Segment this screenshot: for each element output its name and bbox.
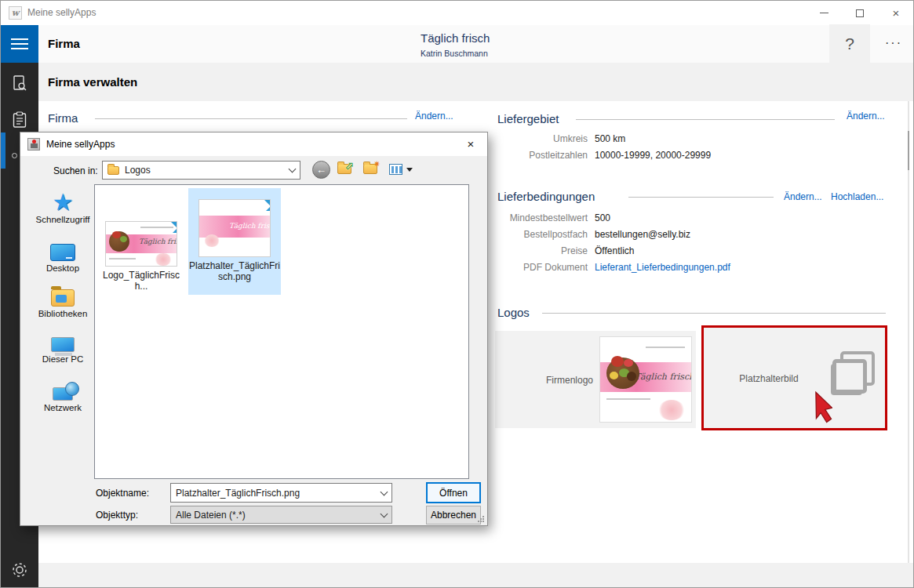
scrollbar[interactable] bbox=[908, 101, 909, 563]
place-schnellzugriff[interactable]: ★ Schnellzugriff bbox=[27, 187, 99, 224]
nav-selected-indicator bbox=[1, 132, 5, 169]
window-title: Meine sellyApps bbox=[27, 7, 96, 18]
objektname-input[interactable]: Platzhalter_TäglichFrisch.png bbox=[170, 483, 392, 503]
placeholder-image-icon bbox=[829, 351, 879, 408]
place-bibliotheken[interactable]: Bibliotheken bbox=[27, 281, 99, 318]
lieferbedingungen-rows: Mindestbestellwert500 Bestellpostfachbes… bbox=[495, 210, 730, 276]
lieferbedingungen-hochladen-link[interactable]: Hochladen... bbox=[831, 191, 883, 202]
row-preise: PreiseÖffentlich bbox=[495, 243, 730, 260]
red-cursor-icon bbox=[809, 390, 832, 423]
header-section-title: Firma bbox=[48, 37, 80, 50]
objektname-value: Platzhalter_TäglichFrisch.png bbox=[176, 488, 300, 499]
scrollbar-thumb[interactable] bbox=[908, 131, 909, 170]
place-desktop[interactable]: Desktop bbox=[27, 236, 99, 273]
maximize-button[interactable] bbox=[842, 1, 878, 25]
row-value: bestellungen@selly.biz bbox=[595, 229, 690, 240]
resize-grip[interactable] bbox=[477, 515, 485, 523]
sidebar-item-documents[interactable] bbox=[1, 67, 38, 99]
firma-aendern-link[interactable]: Ändern... bbox=[415, 111, 453, 122]
gear-icon bbox=[10, 561, 29, 579]
quick-access-star-icon: ★ bbox=[53, 192, 74, 212]
file-open-dialog: Meine sellyApps × Suchen in: Logos ← ⬀ ✷… bbox=[20, 132, 488, 526]
file-item-platzhalter[interactable]: Täglich frisch Platzhalter_TäglichFrisch… bbox=[188, 188, 281, 295]
row-value: 10000-19999, 20000-29999 bbox=[595, 150, 711, 161]
liefergebiet-aendern-link[interactable]: Ändern... bbox=[847, 111, 885, 122]
dialog-app-icon bbox=[27, 138, 40, 151]
file-thumbnail: Täglich frisch bbox=[105, 221, 177, 267]
place-netzwerk[interactable]: Netzwerk bbox=[27, 376, 99, 412]
company-name: Täglich frisch bbox=[421, 31, 490, 45]
sidebar-item-settings[interactable] bbox=[1, 554, 38, 586]
network-icon bbox=[53, 387, 73, 401]
file-list: Täglich frisch Logo_TäglichFrisch... Täg… bbox=[94, 184, 469, 479]
lieferbedingungen-aendern-link[interactable]: Ändern... bbox=[784, 191, 822, 202]
chevron-down-icon bbox=[381, 510, 388, 517]
footer-band bbox=[38, 563, 914, 588]
place-dieser-pc[interactable]: Dieser PC bbox=[27, 327, 99, 364]
new-folder-icon: ✷ bbox=[363, 164, 377, 174]
platzhalterbild-label: Platzhalterbild bbox=[718, 373, 820, 384]
company-user: Katrin Buschmann bbox=[421, 49, 488, 58]
row-label: Mindestbestellwert bbox=[495, 210, 588, 227]
row-bestellpostfach: Bestellpostfachbestellungen@selly.biz bbox=[495, 227, 730, 243]
places-bar: ★ Schnellzugriff Desktop Bibliotheken Di… bbox=[27, 184, 99, 498]
row-label: Preise bbox=[495, 243, 588, 260]
thumbnail-arrows-icon bbox=[162, 221, 177, 236]
pdf-link[interactable]: Lieferant_Lieferbedingungen.pdf bbox=[595, 262, 730, 273]
caret-down-icon bbox=[406, 168, 413, 172]
minimize-button[interactable] bbox=[806, 1, 842, 25]
view-menu-button[interactable] bbox=[389, 164, 413, 175]
row-label: Bestellpostfach bbox=[495, 227, 588, 243]
dialog-title: Meine sellyApps bbox=[46, 139, 115, 150]
section-logos-title: Logos bbox=[497, 306, 530, 319]
divider bbox=[576, 119, 835, 120]
section-liefergebiet-title: Liefergebiet bbox=[497, 112, 559, 125]
cancel-button[interactable]: Abbrechen bbox=[426, 506, 481, 524]
desktop-icon bbox=[50, 244, 75, 261]
file-item-logo[interactable]: Täglich frisch Logo_TäglichFrisch... bbox=[100, 191, 183, 293]
objekttyp-select[interactable]: Alle Dateien (*.*) bbox=[170, 506, 392, 524]
file-name: Logo_TäglichFrisch... bbox=[100, 270, 183, 292]
place-label: Bibliotheken bbox=[27, 309, 99, 318]
document-search-icon bbox=[11, 74, 28, 92]
new-folder-button[interactable]: ✷ bbox=[363, 164, 377, 174]
help-button[interactable]: ? bbox=[829, 24, 870, 64]
this-pc-icon bbox=[51, 337, 75, 352]
platzhalterbild-card[interactable]: Platzhalterbild bbox=[701, 325, 887, 430]
divider bbox=[628, 197, 774, 198]
view-menu-icon bbox=[389, 164, 402, 175]
objektname-label: Objektname: bbox=[96, 488, 149, 499]
maximize-icon bbox=[856, 9, 864, 17]
row-postleitzahlen: Postleitzahlen10000-19999, 20000-29999 bbox=[495, 147, 711, 164]
app-header: Firma Täglich frisch Katrin Buschmann ? … bbox=[38, 25, 914, 63]
thumbnail-arrows-icon bbox=[256, 199, 271, 214]
dialog-close-button[interactable]: × bbox=[462, 136, 479, 152]
objekttyp-value: Alle Dateien (*.*) bbox=[176, 510, 246, 521]
close-icon: × bbox=[893, 7, 900, 19]
sidebar-item-orders[interactable] bbox=[1, 104, 38, 136]
objekttyp-label: Objekttyp: bbox=[96, 510, 138, 521]
place-label: Netzwerk bbox=[27, 403, 99, 412]
place-label: Desktop bbox=[27, 263, 99, 273]
chevron-down-icon bbox=[381, 488, 388, 495]
open-button[interactable]: Öffnen bbox=[426, 482, 481, 503]
up-one-level-button[interactable]: ⬀ bbox=[337, 164, 351, 174]
row-umkreis: Umkreis500 km bbox=[495, 131, 711, 147]
place-label: Schnellzugriff bbox=[27, 215, 99, 224]
firmenlogo-image: Täglich frisch bbox=[599, 336, 692, 423]
chevron-down-icon bbox=[289, 165, 297, 173]
divider bbox=[95, 118, 407, 119]
more-button[interactable]: ··· bbox=[879, 36, 908, 53]
minimize-icon bbox=[820, 13, 828, 13]
row-value: Öffentlich bbox=[595, 245, 634, 256]
firmenlogo-card[interactable]: Firmenlogo Täglich frisch bbox=[495, 331, 696, 428]
row-value: 500 bbox=[595, 212, 610, 223]
file-name: Platzhalter_TäglichFrisch.png bbox=[188, 260, 281, 282]
back-button[interactable]: ← bbox=[312, 161, 330, 179]
file-thumbnail: Täglich frisch bbox=[198, 199, 271, 257]
libraries-icon bbox=[51, 289, 75, 307]
hamburger-menu-button[interactable] bbox=[1, 25, 38, 63]
close-button[interactable]: × bbox=[878, 1, 914, 25]
row-label: Postleitzahlen bbox=[495, 147, 588, 164]
folder-select[interactable]: Logos bbox=[102, 161, 300, 180]
